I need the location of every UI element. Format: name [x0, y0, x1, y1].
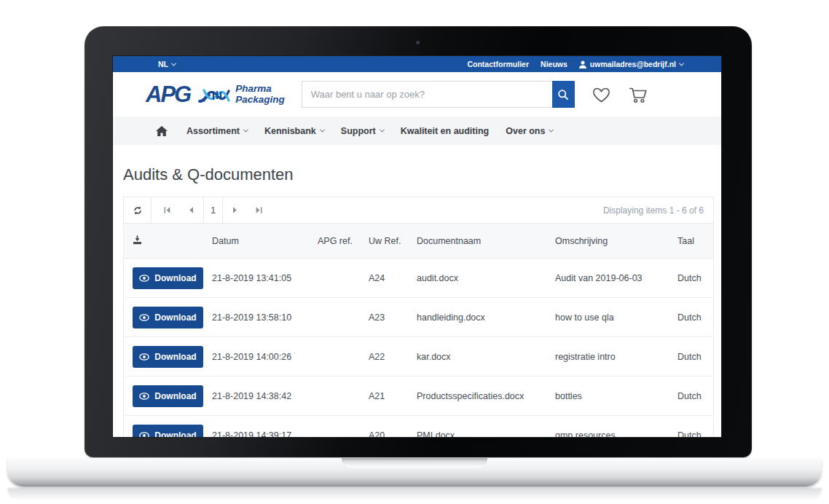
cell-taal: Dutch — [677, 273, 713, 283]
cell-datum: 21-8-2019 14:39:17 — [212, 430, 318, 438]
table-row: Download 21-8-2019 13:58:10 A23 handleid… — [124, 298, 713, 337]
search-button[interactable] — [552, 81, 575, 108]
download-button[interactable]: Download — [133, 425, 203, 438]
first-page-button[interactable] — [155, 197, 179, 223]
cell-taal: Dutch — [677, 391, 713, 401]
cell-omschrijving: gmp resources — [555, 430, 677, 438]
chevron-down-icon — [380, 127, 385, 133]
logo-sub-line1: Pharma — [235, 83, 272, 94]
first-page-icon — [163, 206, 171, 214]
user-account-menu[interactable]: uwmailadres@bedrijf.nl — [579, 60, 683, 68]
column-header-uw-ref[interactable]: Uw Ref. — [369, 236, 417, 246]
cell-documentnaam: handleiding.docx — [417, 312, 555, 323]
language-selector[interactable]: NL — [158, 60, 176, 68]
cell-datum: 21-8-2019 13:58:10 — [212, 312, 318, 323]
download-button-label: Download — [154, 273, 196, 283]
chevron-down-icon — [679, 60, 684, 66]
cell-datum: 21-8-2019 13:41:05 — [212, 273, 318, 283]
nav-item-over-ons[interactable]: Over ons — [506, 126, 553, 136]
cart-icon — [628, 86, 648, 103]
column-header-apg-ref[interactable]: APG ref. — [318, 236, 369, 246]
laptop-screen: NL Contactformulier Nieuws uwmailadres@b… — [113, 56, 721, 437]
last-page-button[interactable] — [247, 197, 271, 223]
cell-documentnaam: PMI.docx — [417, 430, 555, 438]
chevron-down-icon — [320, 127, 325, 133]
laptop-lid-notch — [342, 458, 487, 468]
heart-icon — [592, 86, 611, 103]
search-icon — [557, 89, 569, 101]
last-page-icon — [255, 206, 263, 214]
chevron-down-icon — [171, 60, 176, 66]
chevron-down-icon — [549, 127, 554, 133]
link-contactformulier[interactable]: Contactformulier — [467, 60, 529, 68]
cell-uw-ref: A22 — [369, 352, 417, 362]
download-button-label: Download — [154, 312, 196, 323]
top-utility-bar: NL Contactformulier Nieuws uwmailadres@b… — [113, 56, 721, 72]
download-tray-icon — [133, 235, 142, 245]
cell-taal: Dutch — [677, 430, 713, 438]
chevron-down-icon — [243, 127, 248, 133]
download-button-label: Download — [154, 352, 196, 362]
nav-item-kennisbank[interactable]: Kennisbank — [264, 126, 324, 136]
cell-omschrijving: Audit van 2019-06-03 — [555, 273, 677, 283]
next-page-icon — [231, 206, 239, 214]
grid-pager: 1 — [124, 197, 713, 224]
cell-documentnaam: audit.docx — [417, 273, 555, 283]
user-icon — [579, 60, 586, 68]
eye-icon — [139, 432, 149, 438]
cell-uw-ref: A21 — [369, 391, 417, 401]
documents-grid: 1 — [123, 197, 714, 437]
cell-taal: Dutch — [677, 312, 713, 323]
prev-page-icon — [187, 206, 195, 214]
column-header-datum[interactable]: Datum — [212, 236, 318, 246]
language-label: NL — [158, 60, 168, 68]
cell-uw-ref: A23 — [369, 312, 417, 323]
search-input[interactable] — [302, 81, 552, 108]
column-header-omschrijving[interactable]: Omschrijving — [555, 236, 677, 246]
column-header-taal[interactable]: Taal — [677, 236, 713, 246]
main-nav: Assortiment Kennisbank Support Kwaliteit… — [113, 117, 721, 145]
prev-page-button[interactable] — [179, 197, 203, 223]
laptop-mockup: NL Contactformulier Nieuws uwmailadres@b… — [0, 0, 829, 504]
download-button-label: Download — [154, 391, 196, 401]
cell-taal: Dutch — [677, 352, 713, 362]
nav-home[interactable] — [156, 126, 168, 136]
page-content: Audits & Q-documenten — [113, 145, 721, 437]
table-header-row: Datum APG ref. Uw Ref. Documentnaam Omsc… — [124, 224, 713, 259]
table-body: Download 21-8-2019 13:41:05 A24 audit.do… — [124, 259, 713, 437]
download-button-label: Download — [154, 430, 196, 438]
nav-label: Kennisbank — [264, 126, 316, 136]
next-page-button[interactable] — [223, 197, 247, 223]
current-page-button[interactable]: 1 — [203, 197, 223, 223]
nav-item-assortiment[interactable]: Assortiment — [186, 126, 248, 136]
laptop-base — [7, 458, 822, 487]
refresh-button[interactable] — [124, 197, 152, 223]
cart-button[interactable] — [628, 86, 648, 103]
cell-omschrijving: registratie intro — [555, 352, 677, 362]
download-button[interactable]: Download — [133, 307, 203, 328]
download-button[interactable]: Download — [133, 346, 203, 368]
eye-icon — [139, 275, 149, 282]
refresh-icon — [133, 205, 143, 216]
nav-label: Support — [341, 126, 376, 136]
download-button[interactable]: Download — [133, 385, 203, 407]
site-header: APG Pharma Packaging — [113, 72, 721, 117]
download-column-header — [124, 235, 212, 247]
logo[interactable]: APG Pharma Packaging — [146, 82, 285, 107]
nav-label: Kwaliteit en auditing — [401, 126, 490, 136]
cell-uw-ref: A24 — [369, 273, 417, 283]
eye-icon — [139, 393, 149, 400]
download-button[interactable]: Download — [133, 267, 203, 289]
cell-uw-ref: A20 — [369, 430, 417, 438]
wishlist-button[interactable] — [592, 86, 611, 103]
webcam-dot — [416, 41, 420, 45]
link-nieuws[interactable]: Nieuws — [541, 60, 567, 68]
logo-sub-line2: Packaging — [235, 94, 285, 105]
nav-item-kwaliteit-en-auditing[interactable]: Kwaliteit en auditing — [401, 126, 490, 136]
user-email: uwmailadres@bedrijf.nl — [590, 60, 676, 68]
column-header-documentnaam[interactable]: Documentnaam — [417, 236, 555, 246]
cell-omschrijving: bottles — [555, 391, 677, 401]
nav-item-support[interactable]: Support — [341, 126, 384, 136]
page-title: Audits & Q-documenten — [123, 165, 714, 184]
table-row: Download 21-8-2019 14:39:17 A20 PMI.docx… — [124, 416, 713, 437]
